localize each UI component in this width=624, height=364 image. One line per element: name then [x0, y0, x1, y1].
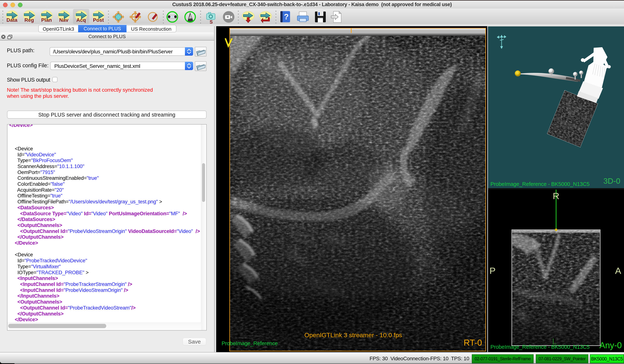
svg-text:?: ?: [284, 12, 289, 21]
svg-text:S: S: [210, 19, 213, 24]
